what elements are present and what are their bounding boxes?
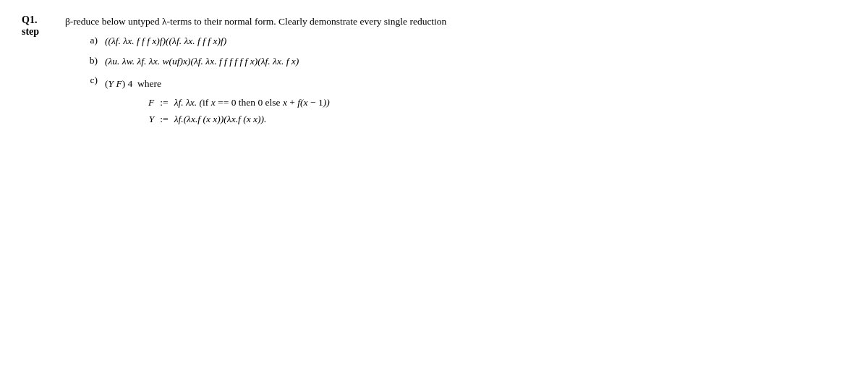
y-def-label: Y — [148, 111, 154, 127]
question-step: step — [22, 26, 65, 38]
part-c-label: c) — [65, 73, 98, 86]
part-b-row: b) (λu. λw. λf. λx. w(uf)x)(λf. λx. f f … — [65, 54, 846, 69]
y-def-assign: := — [160, 111, 168, 127]
part-b-content: (λu. λw. λf. λx. w(uf)x)(λf. λx. f f f f… — [105, 54, 299, 69]
f-def-value: λf. λx. (if x == 0 then 0 else x + f(x −… — [174, 95, 330, 111]
question-label-block: Q1. step — [22, 14, 65, 127]
y-def-value: λf.(λx.f (x x))(λx.f (x x)). — [174, 111, 330, 127]
question-number: Q1. — [22, 14, 65, 26]
f-def-assign: := — [160, 95, 168, 111]
part-c-row: c) (Y F) 4 where F := λf. λx. (if x == 0… — [65, 73, 846, 127]
part-a-label: a) — [65, 33, 98, 46]
f-def-label: F — [148, 95, 154, 111]
c-intro: (Y F) 4 where — [105, 76, 330, 92]
where-defs: F := λf. λx. (if x == 0 then 0 else x + … — [148, 95, 330, 127]
part-a-row: a) ((λf. λx. f f f x)f)((λf. λx. f f f x… — [65, 33, 846, 49]
part-c-content: (Y F) 4 where F := λf. λx. (if x == 0 th… — [105, 73, 330, 127]
page-container: Q1. step β-reduce below untyped λ-terms … — [22, 14, 846, 127]
part-b-label: b) — [65, 54, 98, 67]
parts-container: a) ((λf. λx. f f f x)f)((λf. λx. f f f x… — [65, 33, 846, 127]
content-area: β-reduce below untyped λ-terms to their … — [65, 14, 846, 127]
part-a-content: ((λf. λx. f f f x)f)((λf. λx. f f f x)f) — [105, 33, 226, 49]
instruction: β-reduce below untyped λ-terms to their … — [65, 14, 846, 27]
